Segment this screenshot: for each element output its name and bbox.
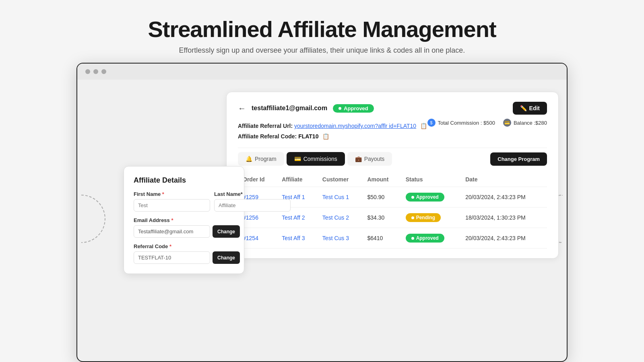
tab-payouts[interactable]: 💼 Payouts: [347, 152, 392, 166]
tab-program[interactable]: 🔔 Program: [238, 152, 284, 166]
cell-date: 20/03/2024, 2:43:23 PM: [460, 187, 547, 208]
cell-amount: $6410: [362, 228, 400, 249]
cell-customer: Test Cus 3: [318, 228, 363, 249]
referral-code-group: Referral Code * Change: [134, 243, 234, 264]
cell-affiliate: Test Aff 3: [277, 228, 318, 249]
table-header: Order Id Affiliate Customer Amount Statu…: [238, 172, 547, 187]
browser-content: Affiliate Details First Name * Last Name…: [77, 80, 567, 358]
referral-url-value[interactable]: yourstoredomain.myshopify.com?afflr id+F…: [294, 123, 416, 129]
status-dot: [339, 107, 341, 110]
first-name-group: First Name *: [134, 191, 210, 212]
customer-link[interactable]: Test Cus 2: [322, 214, 349, 221]
commissions-tab-label: Commissions: [303, 156, 337, 162]
cell-status: Approved: [401, 228, 461, 249]
customer-link[interactable]: Test Cus 3: [322, 235, 349, 241]
referral-code-input[interactable]: [134, 251, 210, 264]
page-header: Streamlined Affiliate Management Effortl…: [148, 0, 496, 63]
panel-stats: $ Total Commission : $500 💳 Balance :$28…: [427, 119, 547, 127]
browser-dot-2: [93, 69, 98, 74]
cell-date: 18/03/2024, 1:30:23 PM: [460, 208, 547, 228]
dashed-arrow-left: [81, 195, 105, 243]
order-id-link[interactable]: #1256: [243, 214, 258, 221]
payouts-tab-icon: 💼: [355, 156, 362, 162]
back-arrow-icon[interactable]: ←: [238, 104, 246, 113]
change-program-button[interactable]: Change Program: [490, 152, 547, 166]
email-input-row: Change: [134, 225, 234, 238]
required-star: *: [162, 191, 164, 197]
status-label: Approved: [344, 105, 368, 111]
affiliate-link[interactable]: Test Aff 2: [282, 214, 305, 221]
cell-customer: Test Cus 1: [318, 187, 363, 208]
first-name-input[interactable]: [134, 199, 210, 212]
main-panel: ← testaffiliate1@gmail.com Approved ✏️ E…: [226, 92, 559, 259]
status-badge-approved: Approved: [406, 193, 444, 202]
cell-status: Pending: [401, 208, 461, 228]
referral-code-label: Referral Code *: [134, 243, 234, 249]
name-row: First Name * Last Name*: [134, 191, 234, 212]
browser-bar: [77, 64, 567, 80]
col-customer: Customer: [318, 172, 363, 187]
col-status: Status: [401, 172, 461, 187]
referral-code-value: FLAT10: [298, 133, 318, 140]
balance-stat: 💳 Balance :$280: [503, 119, 547, 127]
total-commission-label: Total Commission : $500: [438, 120, 495, 126]
status-badge-approved: Approved: [406, 234, 444, 243]
cell-status: Approved: [401, 187, 461, 208]
cell-amount: $34.30: [362, 208, 400, 228]
copy-code-icon[interactable]: 📋: [322, 133, 329, 140]
divider: [238, 148, 547, 148]
order-id-link[interactable]: #1254: [243, 235, 258, 241]
affiliate-link[interactable]: Test Aff 3: [282, 235, 305, 241]
last-name-input[interactable]: [214, 199, 291, 212]
page-title: Streamlined Affiliate Management: [148, 16, 496, 42]
referral-url-row: Affiliate Referral Url: yourstoredomain.…: [238, 123, 427, 129]
affiliate-email: testaffiliate1@gmail.com: [252, 105, 327, 112]
referral-code-input-row: Change: [134, 251, 234, 264]
balance-icon: 💳: [503, 119, 511, 127]
edit-button[interactable]: ✏️ Edit: [513, 102, 547, 115]
edit-icon: ✏️: [520, 105, 527, 111]
commission-icon: $: [427, 119, 436, 127]
cell-amount: $50.90: [362, 187, 400, 208]
email-change-button[interactable]: Change: [213, 225, 240, 238]
last-name-group: Last Name*: [214, 191, 291, 212]
cell-customer: Test Cus 2: [318, 208, 363, 228]
tab-commissions[interactable]: 💳 Commissions: [287, 152, 345, 166]
browser-dot-1: [85, 69, 90, 74]
referral-url-label: Affiliate Referral Url:: [238, 123, 293, 129]
info-section: Affiliate Referral Url: yourstoredomain.…: [238, 123, 427, 144]
table-row: #1254 Test Aff 3 Test Cus 3 $6410 Approv…: [238, 228, 547, 249]
email-label: Email Address *: [134, 217, 234, 223]
program-tab-icon: 🔔: [246, 156, 252, 162]
page-subtitle: Effortlessly sign up and oversee your af…: [148, 46, 496, 55]
payouts-tab-label: Payouts: [364, 156, 385, 162]
affiliate-details-card: Affiliate Details First Name * Last Name…: [124, 166, 244, 274]
browser-dot-3: [101, 69, 106, 74]
email-group: Email Address * Change: [134, 217, 234, 238]
card-title: Affiliate Details: [134, 176, 234, 185]
info-stats-row: Affiliate Referral Url: yourstoredomain.…: [238, 123, 547, 144]
panel-header-left: ← testaffiliate1@gmail.com Approved: [238, 104, 374, 113]
col-date: Date: [460, 172, 547, 187]
commissions-tab-icon: 💳: [294, 156, 301, 162]
first-name-label: First Name *: [134, 191, 210, 197]
panel-header: ← testaffiliate1@gmail.com Approved ✏️ E…: [238, 102, 547, 115]
referral-code-label-main: Affiliate Referal Code:: [238, 133, 297, 140]
balance-label: Balance :$280: [514, 120, 547, 126]
referral-code-row: Affiliate Referal Code: FLAT10 📋: [238, 133, 427, 140]
status-badge-pending: Pending: [406, 213, 441, 222]
copy-url-icon[interactable]: 📋: [420, 123, 427, 129]
total-commission-stat: $ Total Commission : $500: [427, 119, 495, 127]
browser-window: Affiliate Details First Name * Last Name…: [76, 63, 568, 362]
col-amount: Amount: [362, 172, 400, 187]
last-name-label: Last Name*: [214, 191, 291, 197]
col-affiliate: Affiliate: [277, 172, 318, 187]
table-header-row: Order Id Affiliate Customer Amount Statu…: [238, 172, 547, 187]
cell-date: 20/03/2024, 2:43:23 PM: [460, 228, 547, 249]
referral-code-change-button[interactable]: Change: [213, 251, 240, 264]
status-badge: Approved: [333, 104, 374, 113]
tabs-row: 🔔 Program 💳 Commissions 💼 Payouts Change…: [238, 152, 547, 166]
edit-label: Edit: [529, 105, 540, 111]
customer-link[interactable]: Test Cus 1: [322, 194, 349, 200]
email-input[interactable]: [134, 225, 210, 238]
